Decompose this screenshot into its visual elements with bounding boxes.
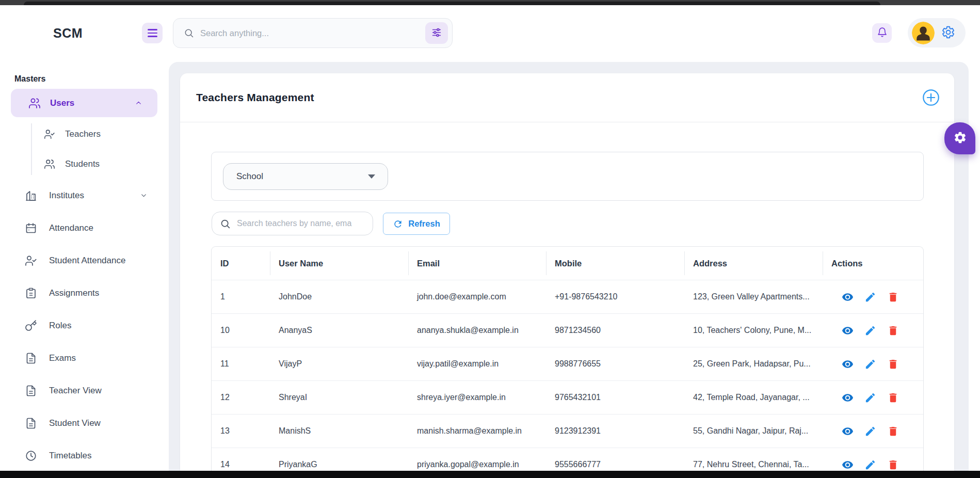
- sidebar-item-label: Attendance: [49, 223, 93, 233]
- view-button[interactable]: [842, 425, 854, 437]
- file-icon: [25, 417, 37, 429]
- gear-icon: [941, 25, 955, 41]
- cell-email: ananya.shukla@example.in: [408, 314, 546, 347]
- global-search: [173, 18, 453, 48]
- window-chrome-top: [0, 0, 980, 5]
- sidebar-item-label: Teacher View: [49, 386, 102, 396]
- sidebar-item-attendance[interactable]: Attendance: [0, 212, 161, 244]
- column-header-email: Email: [408, 247, 546, 280]
- sidebar-item-users[interactable]: Users: [11, 89, 157, 117]
- cell-user-name: JohnDoe: [270, 280, 408, 313]
- sidebar-toggle-button[interactable]: [142, 23, 163, 43]
- cell-mobile: 9871234560: [546, 314, 684, 347]
- delete-button[interactable]: [887, 291, 899, 303]
- cell-mobile: +91-9876543210: [546, 280, 684, 313]
- sidebar-item-exams[interactable]: Exams: [0, 342, 161, 374]
- trash-icon: [887, 358, 899, 370]
- sidebar-item-student-attendance[interactable]: Student Attendance: [0, 244, 161, 277]
- trash-icon: [887, 392, 899, 404]
- table-row: 13 ManishS manish.sharma@example.in 9123…: [212, 414, 923, 448]
- add-teacher-button[interactable]: [921, 88, 941, 107]
- teachers-management-card: Teachers Management School: [180, 73, 954, 478]
- file-icon: [25, 352, 37, 364]
- settings-button[interactable]: [941, 25, 955, 41]
- delete-button[interactable]: [887, 425, 899, 437]
- cell-address: 10, Teachers' Colony, Pune, M...: [684, 314, 823, 347]
- sidebar-item-label: Assignments: [49, 288, 99, 298]
- refresh-button[interactable]: Refresh: [383, 213, 450, 235]
- column-header-id: ID: [212, 247, 270, 280]
- delete-button[interactable]: [887, 325, 899, 337]
- sidebar-item-timetables[interactable]: Timetables: [0, 439, 161, 471]
- edit-button[interactable]: [864, 325, 876, 337]
- view-button[interactable]: [842, 392, 854, 404]
- cell-address: 123, Green Valley Apartments...: [684, 280, 823, 313]
- chevron-down-icon: [140, 192, 148, 199]
- teachers-search: [212, 212, 373, 235]
- delete-button[interactable]: [887, 358, 899, 370]
- sidebar-item-student-view[interactable]: Student View: [0, 407, 161, 439]
- table-row: 11 VijayP vijay.patil@example.in 9988776…: [212, 347, 923, 380]
- cell-user-name: ManishS: [270, 415, 408, 448]
- topbar: SCM: [0, 5, 980, 62]
- table-row: 12 ShreyaI shreya.iyer@example.in 976543…: [212, 380, 923, 414]
- view-button[interactable]: [842, 358, 854, 370]
- cell-actions: [823, 314, 923, 347]
- teachers-table: IDUser NameEmailMobileAddressActions 1 J…: [211, 246, 924, 478]
- table-header-row: IDUser NameEmailMobileAddressActions: [212, 247, 923, 280]
- sidebar-nav: Users Teachers Students Institutes Atten…: [0, 89, 161, 471]
- cell-user-name: AnanyaS: [270, 314, 408, 347]
- notifications-button[interactable]: [872, 23, 892, 43]
- cell-id: 13: [212, 415, 270, 448]
- edit-button[interactable]: [864, 291, 876, 303]
- avatar[interactable]: [912, 22, 935, 44]
- clipboard-icon: [25, 287, 37, 299]
- delete-button[interactable]: [887, 459, 899, 471]
- user-check-icon: [44, 129, 55, 140]
- table-body: 1 JohnDoe john.doe@example.com +91-98765…: [212, 280, 923, 478]
- cell-email: vijay.patil@example.in: [408, 347, 546, 380]
- delete-button[interactable]: [887, 392, 899, 404]
- edit-button[interactable]: [864, 459, 876, 471]
- cell-email: manish.sharma@example.in: [408, 415, 546, 448]
- edit-button[interactable]: [864, 425, 876, 437]
- sidebar-subitem-teachers[interactable]: Teachers: [0, 119, 161, 149]
- pencil-icon: [864, 392, 876, 404]
- cell-email: shreya.iyer@example.in: [408, 381, 546, 414]
- pencil-icon: [864, 291, 876, 303]
- cell-id: 10: [212, 314, 270, 347]
- cell-mobile: 9765432101: [546, 381, 684, 414]
- school-dropdown[interactable]: School: [223, 163, 388, 190]
- cell-id: 11: [212, 347, 270, 380]
- settings-fab[interactable]: [944, 122, 975, 154]
- search-icon: [220, 218, 231, 229]
- pencil-icon: [864, 459, 876, 471]
- sidebar-subitem-students[interactable]: Students: [0, 149, 161, 179]
- sidebar-item-teacher-view[interactable]: Teacher View: [0, 374, 161, 407]
- view-button[interactable]: [842, 325, 854, 337]
- bell-icon: [877, 27, 888, 39]
- search-filter-button[interactable]: [425, 22, 448, 44]
- cell-address: 25, Green Park, Hadapsar, Pu...: [684, 347, 823, 380]
- pencil-icon: [864, 425, 876, 437]
- view-button[interactable]: [842, 291, 854, 303]
- view-button[interactable]: [842, 459, 854, 471]
- sidebar-item-roles[interactable]: Roles: [0, 309, 161, 342]
- app-logo: SCM: [53, 26, 83, 41]
- teachers-search-input[interactable]: [237, 219, 366, 228]
- content-area: Teachers Management School: [169, 62, 969, 478]
- global-search-input[interactable]: [200, 28, 419, 38]
- trash-icon: [887, 291, 899, 303]
- trash-icon: [887, 459, 899, 471]
- trash-icon: [887, 325, 899, 337]
- sidebar-item-assignments[interactable]: Assignments: [0, 277, 161, 309]
- cell-actions: [823, 280, 923, 313]
- column-header-user-name: User Name: [270, 247, 408, 280]
- cell-address: 55, Gandhi Nagar, Jaipur, Raj...: [684, 415, 823, 448]
- sidebar-item-label: Users: [50, 98, 74, 108]
- edit-button[interactable]: [864, 392, 876, 404]
- edit-button[interactable]: [864, 358, 876, 370]
- sidebar-item-institutes[interactable]: Institutes: [0, 179, 161, 212]
- plus-circle-icon: [921, 88, 941, 109]
- refresh-icon: [393, 219, 403, 229]
